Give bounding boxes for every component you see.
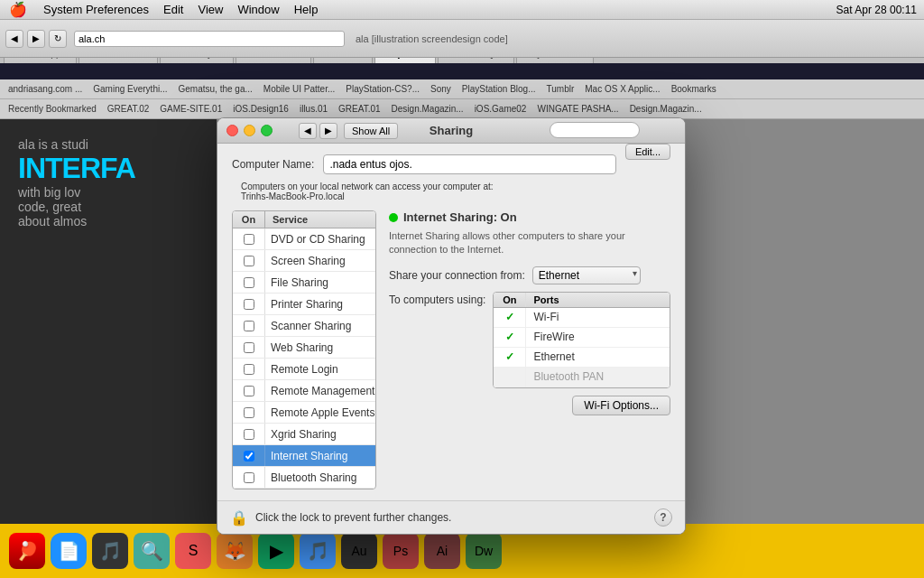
- menu-system-preferences[interactable]: System Preferences: [36, 3, 156, 16]
- minimize-button[interactable]: [244, 125, 255, 136]
- remote-login-checkbox[interactable]: [244, 364, 254, 375]
- bm-iosdesign[interactable]: iOS.Design16: [228, 102, 293, 116]
- service-checkbox-printer[interactable]: [233, 294, 265, 314]
- computer-name-input[interactable]: [323, 154, 616, 174]
- dock-icon-3[interactable]: 🎵: [92, 533, 128, 569]
- dock-icon-6[interactable]: ▶: [258, 533, 294, 569]
- zoom-button[interactable]: [261, 125, 273, 136]
- service-checkbox-xgrid[interactable]: [233, 424, 265, 444]
- bm-illus[interactable]: illus.01: [295, 102, 332, 116]
- close-button[interactable]: [226, 125, 238, 136]
- xgrid-checkbox[interactable]: [244, 429, 254, 440]
- service-item-screen[interactable]: Screen Sharing: [233, 250, 375, 272]
- bm-psblog[interactable]: PlayStation Blog...: [457, 82, 541, 96]
- service-item-remote-mgmt[interactable]: Remote Management: [233, 380, 375, 402]
- dock-icon-9[interactable]: Ps: [383, 533, 419, 569]
- dock-icon-2[interactable]: 📄: [51, 533, 87, 569]
- bm-sony[interactable]: Sony: [426, 82, 456, 96]
- dock-icon-4[interactable]: S: [175, 533, 211, 569]
- menu-view[interactable]: View: [190, 3, 230, 16]
- bm-recent[interactable]: Recently Bookmarked: [4, 102, 101, 116]
- bm-gamesite[interactable]: GAME-SITE.01: [155, 102, 226, 116]
- dock-icon-8[interactable]: Au: [341, 533, 377, 569]
- remote-mgmt-checkbox[interactable]: [244, 386, 254, 396]
- reload-button[interactable]: ↻: [49, 30, 67, 48]
- service-item-xgrid[interactable]: Xgrid Sharing: [233, 424, 375, 445]
- dvd-checkbox[interactable]: [244, 234, 254, 245]
- bm-designmag2[interactable]: Design.Magazin...: [625, 102, 707, 116]
- port-on-wifi[interactable]: ✓: [494, 308, 526, 327]
- bm-wingate[interactable]: WINGATE PASHA...: [532, 102, 623, 116]
- service-item-scanner[interactable]: Scanner Sharing: [233, 315, 375, 337]
- wifi-options-button[interactable]: Wi-Fi Options...: [572, 396, 670, 415]
- bm-mobileui[interactable]: Mobile UI Patter...: [259, 82, 339, 96]
- service-checkbox-remote-login[interactable]: [233, 359, 265, 379]
- forward-button[interactable]: ▶: [27, 30, 45, 48]
- back-button[interactable]: ◀: [5, 30, 23, 48]
- service-checkbox-web[interactable]: [233, 337, 265, 358]
- menu-edit[interactable]: Edit: [156, 3, 190, 16]
- bm-bookmarks[interactable]: Bookmarks: [667, 82, 721, 96]
- bm-andriasang[interactable]: andriasang.com ...: [4, 82, 87, 96]
- firewire-check: ✓: [505, 331, 514, 343]
- service-item-web[interactable]: Web Sharing: [233, 337, 375, 359]
- port-on-firewire[interactable]: ✓: [494, 328, 526, 347]
- dock-icon-finder[interactable]: 🔍: [134, 533, 170, 569]
- help-button[interactable]: ?: [654, 508, 672, 527]
- scanner-checkbox[interactable]: [244, 321, 254, 331]
- menu-window[interactable]: Window: [230, 3, 286, 16]
- service-item-bluetooth[interactable]: Bluetooth Sharing: [233, 467, 375, 489]
- service-checkbox-internet[interactable]: [233, 445, 265, 466]
- service-checkbox-remote-mgmt[interactable]: [233, 380, 265, 401]
- port-on-bluetooth[interactable]: [494, 368, 526, 387]
- port-row-bluetooth[interactable]: Bluetooth PAN: [494, 368, 670, 387]
- dock-icon-5[interactable]: 🦊: [217, 533, 253, 569]
- service-item-remote-apple[interactable]: Remote Apple Events: [233, 402, 375, 424]
- internet-checkbox[interactable]: [244, 451, 254, 461]
- printer-checkbox[interactable]: [244, 299, 254, 310]
- lock-icon[interactable]: 🔒: [230, 509, 248, 527]
- back-nav-arrow[interactable]: ◀: [299, 123, 317, 139]
- bm-gaming[interactable]: Gaming Everythi...: [88, 82, 171, 96]
- address-input[interactable]: [74, 31, 345, 47]
- web-checkbox[interactable]: [244, 342, 254, 353]
- menu-help[interactable]: Help: [287, 3, 326, 16]
- bm-tumblr[interactable]: Tumblr: [542, 82, 579, 96]
- service-checkbox-bluetooth[interactable]: [233, 467, 265, 488]
- bm-gematsu[interactable]: Gematsu, the ga...: [174, 82, 257, 96]
- service-checkbox-scanner[interactable]: [233, 315, 265, 336]
- service-item-internet[interactable]: Internet Sharing: [233, 445, 375, 467]
- port-row-firewire[interactable]: ✓ FireWire: [494, 328, 670, 348]
- service-checkbox-file[interactable]: [233, 272, 265, 293]
- service-item-remote-login[interactable]: Remote Login: [233, 359, 375, 380]
- bm-pscs[interactable]: PlayStation-CS?...: [341, 82, 424, 96]
- dock-icon-1[interactable]: 🏓: [9, 533, 45, 569]
- service-item-dvd[interactable]: DVD or CD Sharing: [233, 228, 375, 250]
- service-item-file[interactable]: File Sharing: [233, 272, 375, 294]
- remote-apple-checkbox[interactable]: [244, 407, 254, 418]
- bluetooth-checkbox[interactable]: [244, 472, 254, 483]
- port-row-ethernet[interactable]: ✓ Ethernet: [494, 348, 670, 368]
- service-checkbox-remote-apple[interactable]: [233, 402, 265, 423]
- bm-great01[interactable]: GREAT.01: [334, 102, 385, 116]
- bm-iosgame[interactable]: iOS.Game02: [470, 102, 531, 116]
- dock-icon-10[interactable]: Ai: [424, 533, 460, 569]
- edit-button[interactable]: Edit...: [625, 144, 670, 160]
- bm-designmag[interactable]: Design.Magazin...: [387, 102, 468, 116]
- service-checkbox-dvd[interactable]: [233, 228, 265, 249]
- apple-menu[interactable]: 🍎: [0, 1, 36, 18]
- service-checkbox-screen[interactable]: [233, 250, 265, 271]
- dock-icon-7[interactable]: 🎵: [300, 533, 336, 569]
- file-checkbox[interactable]: [244, 277, 254, 288]
- screen-checkbox[interactable]: [244, 256, 254, 266]
- dock-icon-11[interactable]: Dw: [466, 533, 502, 569]
- service-item-printer[interactable]: Printer Sharing: [233, 294, 375, 315]
- bm-great02[interactable]: GREAT.02: [103, 102, 154, 116]
- share-from-select[interactable]: Ethernet Wi-Fi: [532, 266, 641, 284]
- port-row-wifi[interactable]: ✓ Wi-Fi: [494, 308, 670, 328]
- port-on-ethernet[interactable]: ✓: [494, 348, 526, 367]
- forward-nav-arrow[interactable]: ▶: [319, 123, 337, 139]
- bm-macosx[interactable]: Mac OS X Applic...: [580, 82, 664, 96]
- show-all-button[interactable]: Show All: [344, 123, 398, 139]
- dialog-search-input[interactable]: [550, 122, 640, 138]
